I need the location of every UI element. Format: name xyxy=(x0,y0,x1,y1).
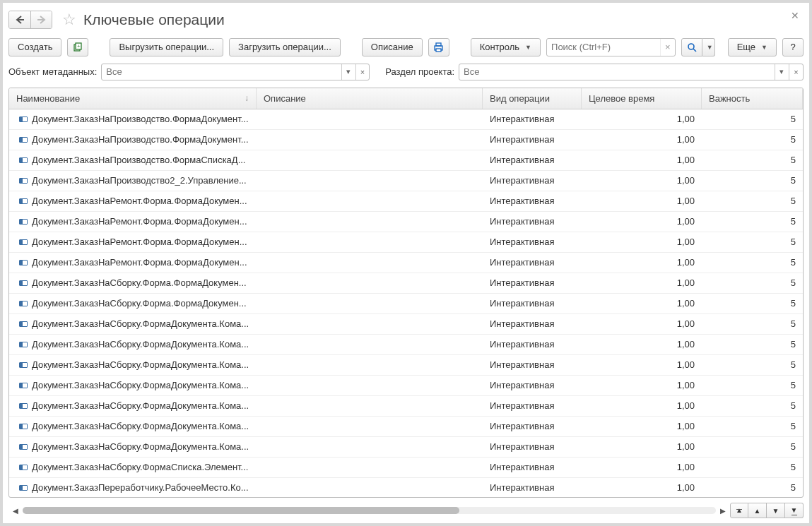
row-icon xyxy=(19,137,28,143)
nav-buttons xyxy=(8,11,52,29)
import-button[interactable]: Загрузить операции... xyxy=(229,38,341,56)
row-name: Документ.ЗаказНаСборку.ФормаДокумента.Ко… xyxy=(32,400,249,411)
metadata-clear-icon[interactable]: × xyxy=(355,64,370,80)
table-row[interactable]: Документ.ЗаказНаСборку.ФормаДокумента.Ко… xyxy=(9,437,803,458)
column-time[interactable]: Целевое время xyxy=(582,88,702,109)
row-icon xyxy=(19,424,28,429)
nav-first-icon: ▲ xyxy=(736,506,743,515)
nav-first-button[interactable]: ▲ xyxy=(730,503,748,518)
nav-up-icon: ▲ xyxy=(754,507,761,515)
search-run-button[interactable] xyxy=(681,38,702,56)
row-type: Интерактивная xyxy=(483,421,582,431)
section-label: Раздел проекта: xyxy=(385,66,454,77)
metadata-dropdown-icon[interactable]: ▾ xyxy=(341,64,355,80)
row-time: 1,00 xyxy=(582,134,702,145)
table-row[interactable]: Документ.ЗаказНаСборку.ФормаДокумента.Ко… xyxy=(9,355,803,376)
horizontal-scrollbar[interactable]: ◀ ▶ xyxy=(8,506,730,515)
table-row[interactable]: Документ.ЗаказНаПроизводство.ФормаСписка… xyxy=(9,150,803,171)
print-icon xyxy=(433,42,444,52)
row-icon xyxy=(19,260,28,265)
row-name: Документ.ЗаказНаРемонт.Форма.ФормаДокуме… xyxy=(32,216,247,227)
more-button[interactable]: Еще▼ xyxy=(728,38,777,56)
table-row[interactable]: Документ.ЗаказПереработчику.РабочееМесто… xyxy=(9,478,803,497)
column-name[interactable]: Наименование ↓ xyxy=(9,88,257,109)
section-filter[interactable]: ▾ × xyxy=(459,64,804,80)
scroll-thumb[interactable] xyxy=(23,507,459,514)
row-importance: 5 xyxy=(702,134,803,145)
export-button[interactable]: Выгрузить операции... xyxy=(110,38,223,56)
table-row[interactable]: Документ.ЗаказНаРемонт.Форма.ФормаДокуме… xyxy=(9,191,803,212)
nav-up-button[interactable]: ▲ xyxy=(748,503,767,518)
forward-button[interactable] xyxy=(30,11,52,28)
back-button[interactable] xyxy=(9,11,30,28)
section-clear-icon[interactable]: × xyxy=(789,64,803,80)
row-type: Интерактивная xyxy=(483,359,582,370)
table-row[interactable]: Документ.ЗаказНаСборку.Форма.ФормаДокуме… xyxy=(9,273,803,294)
search-exec-group: ▼ xyxy=(681,38,715,56)
row-time: 1,00 xyxy=(582,298,702,309)
column-time-label: Целевое время xyxy=(589,93,654,104)
table-row[interactable]: Документ.ЗаказНаСборку.ФормаДокумента.Ко… xyxy=(9,396,803,417)
row-name: Документ.ЗаказНаСборку.ФормаДокумента.Ко… xyxy=(32,380,249,390)
svg-line-9 xyxy=(693,49,696,52)
row-type: Интерактивная xyxy=(483,277,582,288)
print-button[interactable] xyxy=(428,38,449,56)
metadata-input[interactable] xyxy=(102,64,341,80)
search-input[interactable] xyxy=(547,42,660,52)
nav-last-button[interactable]: ▼ xyxy=(785,503,804,518)
grid-body[interactable]: Документ.ЗаказНаПроизводство.ФормаДокуме… xyxy=(9,109,803,497)
table-row[interactable]: Документ.ЗаказНаСборку.ФормаДокумента.Ко… xyxy=(9,314,803,335)
table-row[interactable]: Документ.ЗаказНаСборку.Форма.ФормаДокуме… xyxy=(9,294,803,314)
metadata-label: Объект метаданных: xyxy=(8,66,97,77)
column-type[interactable]: Вид операции xyxy=(483,88,582,109)
table-row[interactable]: Документ.ЗаказНаПроизводство2_2.Управлен… xyxy=(9,171,803,191)
row-time: 1,00 xyxy=(582,380,702,390)
description-button[interactable]: Описание xyxy=(362,38,423,56)
row-name: Документ.ЗаказПереработчику.РабочееМесто… xyxy=(32,482,249,493)
column-description[interactable]: Описание xyxy=(257,88,483,109)
table-row[interactable]: Документ.ЗаказНаСборку.ФормаДокумента.Ко… xyxy=(9,417,803,437)
row-time: 1,00 xyxy=(582,277,702,288)
table-row[interactable]: Документ.ЗаказНаРемонт.Форма.ФормаДокуме… xyxy=(9,212,803,232)
row-time: 1,00 xyxy=(582,462,702,472)
section-dropdown-icon[interactable]: ▾ xyxy=(775,64,789,80)
scroll-right-icon[interactable]: ▶ xyxy=(719,507,727,515)
search-box[interactable]: × xyxy=(546,38,676,56)
row-type: Интерактивная xyxy=(483,134,582,145)
nav-down-button[interactable]: ▼ xyxy=(767,503,785,518)
create-button[interactable]: Создать xyxy=(8,38,61,56)
metadata-filter[interactable]: ▾ × xyxy=(101,64,370,80)
search-options-button[interactable]: ▼ xyxy=(702,38,715,56)
search-clear-icon[interactable]: × xyxy=(660,39,675,56)
row-name: Документ.ЗаказНаРемонт.Форма.ФормаДокуме… xyxy=(32,257,247,268)
import-button-label: Загрузить операции... xyxy=(238,42,331,52)
row-icon xyxy=(19,383,28,388)
row-time: 1,00 xyxy=(582,175,702,186)
scroll-left-icon[interactable]: ◀ xyxy=(11,507,20,515)
section-input[interactable] xyxy=(459,64,774,80)
control-button[interactable]: Контроль▼ xyxy=(471,38,541,56)
table-row[interactable]: Документ.ЗаказНаСборку.ФормаСписка.Элеме… xyxy=(9,458,803,478)
table-row[interactable]: Документ.ЗаказНаРемонт.Форма.ФормаДокуме… xyxy=(9,253,803,273)
sort-asc-icon: ↓ xyxy=(245,93,249,103)
row-nav-buttons: ▲ ▲ ▼ ▼ xyxy=(730,503,804,518)
column-importance[interactable]: Важность xyxy=(702,88,803,109)
copy-button[interactable]: + xyxy=(67,38,88,56)
favorite-star-icon[interactable]: ☆ xyxy=(62,11,76,29)
table-row[interactable]: Документ.ЗаказНаСборку.ФормаДокумента.Ко… xyxy=(9,376,803,396)
help-button[interactable]: ? xyxy=(782,38,804,56)
svg-rect-6 xyxy=(436,43,441,46)
close-icon[interactable]: ✕ xyxy=(791,10,799,21)
table-row[interactable]: Документ.ЗаказНаРемонт.Форма.ФормаДокуме… xyxy=(9,232,803,253)
filters-row: Объект метаданных: ▾ × Раздел проекта: ▾… xyxy=(8,64,804,80)
scroll-track[interactable] xyxy=(23,507,716,514)
table-row[interactable]: Документ.ЗаказНаПроизводство.ФормаДокуме… xyxy=(9,130,803,150)
row-importance: 5 xyxy=(702,155,803,165)
row-type: Интерактивная xyxy=(483,400,582,411)
row-icon xyxy=(19,116,28,122)
row-name: Документ.ЗаказНаСборку.Форма.ФормаДокуме… xyxy=(32,277,247,288)
table-row[interactable]: Документ.ЗаказНаПроизводство.ФормаДокуме… xyxy=(9,109,803,130)
table-row[interactable]: Документ.ЗаказНаСборку.ФормаДокумента.Ко… xyxy=(9,335,803,355)
row-importance: 5 xyxy=(702,298,803,309)
row-time: 1,00 xyxy=(582,216,702,227)
